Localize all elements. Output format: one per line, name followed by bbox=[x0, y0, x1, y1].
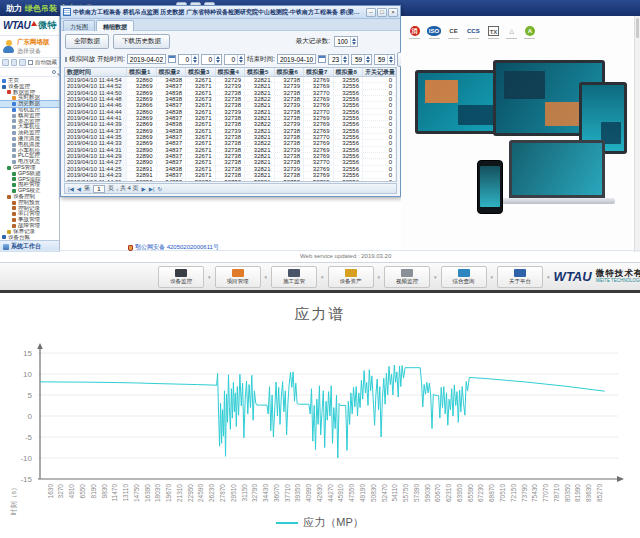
end-second-stepper[interactable]: 59 bbox=[374, 54, 395, 65]
sidebar-search[interactable] bbox=[0, 68, 59, 77]
choose-device-link[interactable]: 选择设备 bbox=[17, 47, 50, 56]
cell-value: 32671 bbox=[186, 153, 216, 158]
end-hour-stepper[interactable]: 23 bbox=[328, 54, 349, 65]
column-header[interactable]: 开关记录量1 bbox=[363, 68, 396, 76]
svg-text:10: 10 bbox=[23, 370, 32, 379]
start-minute-stepper[interactable]: 0 bbox=[201, 54, 222, 65]
dropdown-arrow-icon[interactable]: ▾ bbox=[321, 274, 324, 280]
cell-value: 32556 bbox=[334, 77, 364, 82]
cell-value: 32769 bbox=[304, 179, 334, 183]
cell-value: 32671 bbox=[186, 147, 216, 152]
dropdown-arrow-icon[interactable]: ▾ bbox=[208, 274, 211, 280]
cell-value: 32671 bbox=[186, 121, 216, 126]
cell-value: 34838 bbox=[157, 90, 187, 95]
cell-value: 32869 bbox=[127, 121, 157, 126]
iso-cert-icon: ISO bbox=[427, 26, 441, 39]
iso-cert-glyph: ISO bbox=[427, 26, 441, 36]
pager-prefix: 第 bbox=[84, 184, 90, 193]
footer-button[interactable]: 关于平台 bbox=[497, 266, 543, 288]
cell-value: 32869 bbox=[127, 115, 157, 120]
column-header[interactable]: 模拟量3 bbox=[186, 68, 216, 76]
folder-icon[interactable] bbox=[11, 59, 18, 66]
cell-value: 32738 bbox=[216, 121, 246, 126]
column-header[interactable]: 模拟量8 bbox=[334, 68, 364, 76]
footer-button[interactable]: 施工监管 bbox=[271, 266, 317, 288]
next-page-button[interactable]: ▶ bbox=[142, 186, 146, 192]
first-page-button[interactable]: |◀ bbox=[68, 186, 74, 192]
promo-collage bbox=[401, 56, 633, 252]
close-button[interactable]: × bbox=[388, 8, 398, 17]
dropdown-arrow-icon[interactable]: ▾ bbox=[378, 274, 381, 280]
column-header[interactable]: 模拟量6 bbox=[275, 68, 305, 76]
footer-button[interactable]: 设备资产 bbox=[328, 266, 374, 288]
cell-value: 34837 bbox=[157, 147, 187, 152]
calendar-icon[interactable] bbox=[318, 55, 326, 63]
refresh-button[interactable]: ↻ bbox=[157, 186, 162, 192]
cell-value: 0 bbox=[363, 179, 396, 183]
cell-value: 32738 bbox=[216, 96, 246, 101]
last-page-button[interactable]: ▶| bbox=[149, 186, 155, 192]
download-history-button[interactable]: 下载历史数据 bbox=[113, 34, 170, 49]
footer-button[interactable]: 项目管理 bbox=[215, 266, 261, 288]
start-hour-stepper[interactable]: 0 bbox=[178, 54, 199, 65]
max-records-stepper[interactable]: 100 bbox=[334, 36, 358, 47]
all-data-button[interactable]: 全部数据 bbox=[65, 34, 109, 49]
app-logo: WTAU 微特 bbox=[0, 16, 59, 36]
prev-page-button[interactable]: ◀ bbox=[77, 186, 81, 192]
footer-button[interactable]: 设备监控 bbox=[158, 266, 204, 288]
window-title-bar[interactable]: 中铁南方工程装备 桥机吊点监测 历史数据 广东省特种设备检测研究院中山检测院-中… bbox=[61, 6, 400, 19]
column-header[interactable]: 模拟量5 bbox=[245, 68, 275, 76]
cell-value: 32671 bbox=[186, 140, 216, 145]
column-header[interactable]: 模拟量2 bbox=[157, 68, 187, 76]
table-row[interactable]: 2019/04/10 11:44:21328903483832671327383… bbox=[65, 179, 396, 183]
tab-moment-diagram[interactable]: 力矩图 bbox=[63, 20, 95, 31]
pin-icon[interactable] bbox=[19, 59, 26, 66]
cell-value: 32673 bbox=[186, 96, 216, 101]
dropdown-arrow-icon[interactable]: ▾ bbox=[547, 274, 550, 280]
beian-link[interactable]: 鄂公网安备 42050202000611号 bbox=[135, 243, 219, 252]
auto-hide-checkbox[interactable] bbox=[28, 60, 33, 65]
svg-text:13110: 13110 bbox=[122, 484, 129, 502]
cell-timestamp: 2019/04/10 11:44:41 bbox=[65, 115, 127, 120]
footer-buttons: 设备监控▾项目管理▾施工监管▾设备资产▾视频监控▾综合查询▾关于平台▾ bbox=[158, 266, 550, 288]
tree-node-icon bbox=[12, 224, 16, 228]
cell-value: 34837 bbox=[157, 102, 187, 107]
svg-text:26230: 26230 bbox=[208, 484, 215, 502]
page-number-input[interactable] bbox=[93, 185, 105, 193]
column-header[interactable]: 数据时间 bbox=[65, 68, 127, 76]
column-header[interactable]: 模拟量4 bbox=[216, 68, 246, 76]
vertical-scrollbar[interactable] bbox=[634, 16, 640, 252]
dropdown-arrow-icon[interactable]: ▾ bbox=[491, 274, 494, 280]
svg-text:36070: 36070 bbox=[273, 484, 280, 502]
svg-text:1630: 1630 bbox=[47, 484, 54, 499]
minimize-button[interactable]: – bbox=[366, 8, 376, 17]
column-header[interactable]: 模拟量7 bbox=[304, 68, 334, 76]
end-minute-stepper[interactable]: 59 bbox=[351, 54, 372, 65]
svg-text:70510: 70510 bbox=[499, 484, 506, 502]
cell-value: 32869 bbox=[127, 83, 157, 88]
footer-button-label: 设备监控 bbox=[170, 278, 192, 285]
column-header[interactable]: 模拟量1 bbox=[127, 68, 157, 76]
start-date-field[interactable]: 2019-04-02 bbox=[127, 54, 166, 64]
tree-node-icon bbox=[2, 85, 6, 89]
dropdown-arrow-icon[interactable]: ▾ bbox=[434, 274, 437, 280]
cell-value: 32891 bbox=[127, 172, 157, 177]
tree-node-icon bbox=[2, 235, 6, 239]
start-second-stepper[interactable]: 0 bbox=[224, 54, 245, 65]
footer-button[interactable]: 视频监控 bbox=[384, 266, 430, 288]
footer-button-label: 设备资产 bbox=[340, 278, 362, 285]
calendar-icon[interactable] bbox=[168, 55, 176, 63]
svg-text:57390: 57390 bbox=[413, 484, 420, 502]
footer-button[interactable]: 综合查询 bbox=[441, 266, 487, 288]
end-date-field[interactable]: 2019-04-10 bbox=[277, 54, 316, 64]
dropdown-arrow-icon[interactable]: ▾ bbox=[265, 274, 268, 280]
stepper-arrows-icon[interactable] bbox=[350, 37, 357, 46]
svg-text:72150: 72150 bbox=[510, 484, 517, 502]
chart-svg: 151050-5-10-1516303270491065508190983011… bbox=[0, 327, 640, 523]
refresh-icon[interactable] bbox=[2, 59, 9, 66]
tab-fine-data[interactable]: 精细数据 bbox=[96, 20, 134, 31]
cell-value: 32738 bbox=[275, 159, 305, 164]
replay-checkbox[interactable] bbox=[65, 57, 67, 62]
tree-node-icon bbox=[7, 90, 11, 94]
maximize-button[interactable]: □ bbox=[377, 8, 387, 17]
